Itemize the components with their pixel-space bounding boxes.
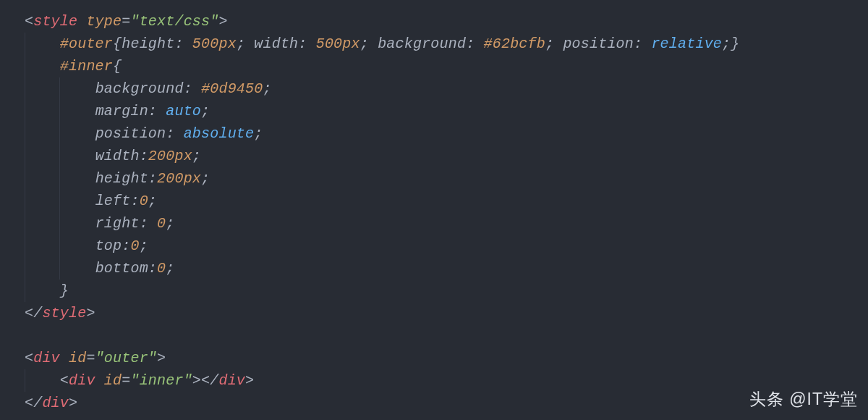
css-property: top [95,238,122,254]
code-line: top:0; [25,235,868,257]
css-value: #0d9450 [201,80,263,97]
css-property: background [378,35,466,52]
attr-value: "outer" [95,350,157,366]
tag-name: style [42,305,86,322]
attr-name: id [69,350,86,366]
css-value: 200px [157,170,201,187]
code-line: #inner{ [25,55,868,77]
attr-name: type [86,13,122,30]
code-editor-viewport: <style type="text/css"> #outer{height: 5… [25,10,868,414]
tag-name: style [33,13,77,30]
code-line: position: absolute; [25,122,868,145]
code-line-blank [25,324,868,347]
css-property: height [95,170,148,187]
css-property: margin [95,103,148,119]
css-property: position [95,125,166,142]
css-property: width [254,35,298,52]
tag-name: div [69,372,95,389]
code-line: background: #0d9450; [25,77,868,100]
code-line: #outer{height: 500px; width: 500px; back… [25,33,868,55]
css-value: relative [651,35,722,52]
code-line: right: 0; [25,212,868,235]
css-property: bottom [95,260,148,277]
css-value: 0 [157,260,166,277]
css-selector: #outer [60,35,113,52]
css-value: 0 [157,215,166,232]
css-value: auto [166,103,201,119]
attr-value: "inner" [130,372,192,389]
code-line: </div> [25,392,868,414]
code-line: width:200px; [25,145,868,167]
code-line: <style type="text/css"> [25,10,868,33]
css-value: absolute [184,125,255,142]
code-line: left:0; [25,190,868,212]
attr-value: "text/css" [130,13,218,30]
watermark-text: 头条 @IT学堂 [749,387,858,413]
code-line: <div id="outer"> [25,347,868,369]
css-property: left [95,193,131,209]
css-property: width [95,148,140,164]
css-value: 500px [316,35,360,52]
angle-open: < [25,13,33,30]
css-property: position [563,35,634,52]
css-property: height [122,35,174,52]
css-property: right [95,215,140,232]
tag-name: div [218,372,245,389]
code-line: } [25,280,868,302]
code-line: <div id="inner"></div> [25,369,868,392]
css-value: #62bcfb [484,35,545,52]
code-line: </style> [25,302,868,324]
css-selector: #inner [60,58,113,75]
css-value: 0 [130,238,139,254]
css-value: 500px [192,35,237,52]
css-value: 0 [140,193,148,209]
css-value: 200px [148,148,192,164]
css-property: background [95,80,184,97]
tag-name: div [42,395,69,411]
tag-name: div [33,350,60,366]
code-line: margin: auto; [25,100,868,122]
code-line: height:200px; [25,167,868,190]
code-line: bottom:0; [25,257,868,280]
attr-name: id [104,372,122,389]
